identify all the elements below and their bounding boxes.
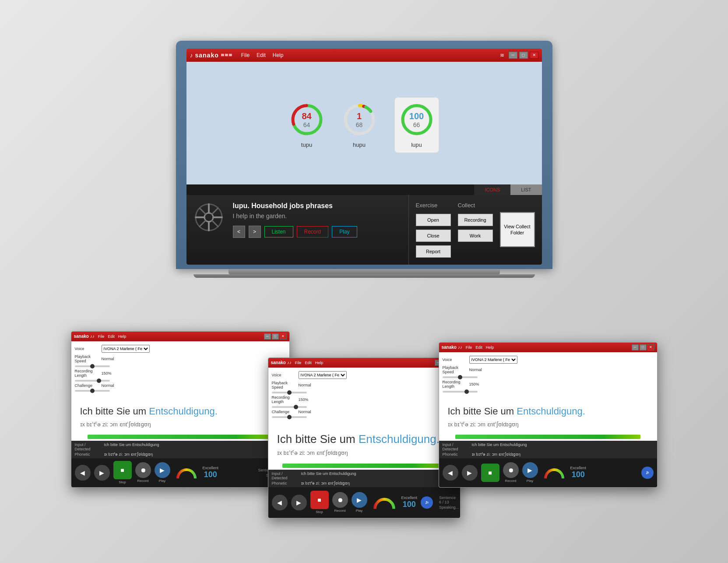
listen-button[interactable]: Listen (264, 226, 293, 237)
next-button-right[interactable]: ▶ (462, 465, 478, 481)
record-ctrl-left[interactable]: ⏺ (135, 462, 151, 478)
small-menu-edit-left[interactable]: Edit (108, 334, 115, 339)
challenge-value-center: Normal (299, 410, 312, 414)
stop-button-left[interactable]: ■ (113, 461, 132, 479)
score-values-hupu: 1 68 (356, 111, 363, 128)
next-button-left[interactable]: ▶ (94, 465, 110, 481)
score-num-left: 100 (204, 470, 217, 479)
small-menu-help-left[interactable]: Help (118, 334, 127, 339)
small-maximize-left[interactable]: □ (272, 333, 279, 340)
menu-bar: File Edit Help (241, 52, 284, 58)
view-collect-folder-button[interactable]: View Collect Folder (500, 212, 535, 247)
bottom-controls-left: ◀ ▶ ■ Stop ⏺ Record ▶ Play (71, 458, 289, 487)
small-menu-file-right[interactable]: File (466, 345, 472, 350)
record-ctrl-right[interactable]: ⏺ (503, 462, 519, 478)
reclen-label-left: Recording Length (75, 369, 99, 378)
sentence-highlight-center: Entschuldigung. (359, 432, 440, 446)
open-button[interactable]: Open (416, 214, 451, 226)
score-num-right: 100 (572, 470, 585, 479)
detected-row-right: Input / Detected Ich bitte Sie um Entsch… (443, 443, 527, 451)
score-lupu: 100 66 lupu (394, 97, 439, 153)
ctrl-stop-left: ■ Stop (113, 461, 132, 484)
voice-select-left[interactable]: IVONA 2 Marlene ( Fe (102, 345, 150, 353)
prev-button-center[interactable]: ◀ (272, 495, 288, 510)
play-ctrl-right[interactable]: ▶ (522, 462, 538, 478)
score-tupu: 84 64 tupu (289, 102, 324, 148)
stop-button-center[interactable]: ■ (310, 491, 329, 509)
tab-list[interactable]: LIST (510, 184, 542, 195)
stop-button-right[interactable]: ■ (481, 464, 499, 482)
nav-prev-button[interactable]: < (233, 226, 245, 238)
small-maximize-right[interactable]: □ (640, 344, 647, 351)
prev-button-right[interactable]: ◀ (443, 465, 458, 481)
report-button[interactable]: Report (416, 245, 451, 258)
exercise-sentence: I help in the garden. (233, 212, 401, 220)
score-circle-tupu: 84 64 (289, 102, 324, 137)
nav-next-button[interactable]: > (249, 226, 261, 238)
score-bottom-lupu: 66 (409, 121, 424, 128)
ctrl-next-left: ▶ (94, 465, 110, 481)
tabs-row: ICONS LIST (186, 184, 542, 195)
small-win-controls-right: ─ □ ✕ (632, 344, 654, 351)
prev-button-left[interactable]: ◀ (75, 465, 91, 481)
voice-row-center: Voice IVONA 2 Marlene ( Fe (272, 371, 457, 379)
reclen-value-left: 150% (102, 371, 115, 375)
phonetic-row-right: Phonetic ɪx bɪˈtˤə ziː ɔm ɛntˈʃʊldɪɡʊŋ (443, 452, 527, 457)
record-button[interactable]: Record (297, 226, 329, 237)
small-menu-file-center[interactable]: File (295, 361, 302, 365)
challenge-value-left: Normal (102, 383, 115, 388)
sentence-text-right: Ich bitte Sie um Entschuldigung. (448, 405, 585, 418)
small-minimize-right[interactable]: ─ (632, 344, 639, 351)
challenge-slider-center (272, 415, 457, 421)
small-minimize-left[interactable]: ─ (264, 333, 271, 340)
score-hupu: 1 68 hupu (342, 102, 377, 148)
ctrl-prev-right: ◀ (443, 465, 458, 481)
small-titlebar-center: sanako ♪♪ File Edit Help ─ □ ✕ (268, 358, 460, 368)
voice-select-right[interactable]: IVONA 2 Marlene ( Fe (469, 356, 517, 364)
play-button[interactable]: Play (332, 226, 357, 237)
small-menu-help-right[interactable]: Help (486, 345, 494, 350)
sanako-logo: ♪ sanako ≋≋≋ (190, 52, 232, 59)
collect-section: Collect Recording Work (458, 202, 493, 258)
work-button[interactable]: Work (458, 230, 493, 242)
speed-label-left: Playback Speed (75, 354, 99, 363)
ctrl-record-left: ⏺ Record (135, 462, 151, 483)
small-menu-help-center[interactable]: Help (315, 361, 324, 365)
voice-select-center[interactable]: IVONA 2 Marlene ( Fe (299, 371, 347, 379)
sentence-info-center: Sentence 6 / 13 (439, 496, 459, 504)
ix-badge-center: ɪa (421, 496, 433, 509)
score-badge-right: Excellent 100 (570, 466, 587, 479)
sentence-normal-center: Ich bitte Sie um (277, 432, 359, 446)
menu-file[interactable]: File (241, 52, 250, 58)
maximize-button[interactable]: □ (519, 52, 528, 59)
reclen-value-right: 150% (469, 382, 482, 386)
excellent-label-center: Excellent (401, 496, 418, 500)
sentence-highlight-right: Entschuldigung. (517, 406, 585, 417)
play-label-left: Play (159, 479, 166, 483)
recording-button[interactable]: Recording (458, 214, 493, 226)
small-menu-file-left[interactable]: File (98, 334, 105, 339)
reclen-slider-center (272, 405, 457, 410)
next-button-center[interactable]: ▶ (291, 495, 307, 510)
small-menu-edit-right[interactable]: Edit (475, 345, 482, 350)
small-close-left[interactable]: ✕ (280, 333, 287, 340)
bottom-controls-right: ◀ ▶ ■ ⏺ Record ▶ Play (439, 458, 657, 487)
speed-value-center: Normal (299, 383, 312, 387)
challenge-row-center: Challenge Normal (272, 410, 457, 414)
small-menu-edit-center[interactable]: Edit (305, 361, 312, 365)
score-bottom-hupu: 68 (356, 121, 363, 128)
close-button-panel[interactable]: Close (416, 230, 451, 242)
menu-edit[interactable]: Edit (257, 52, 266, 58)
play-ctrl-left[interactable]: ▶ (155, 462, 170, 478)
tab-icons[interactable]: ICONS (474, 184, 510, 195)
small-close-right[interactable]: ✕ (647, 344, 654, 351)
minimize-button[interactable]: ─ (509, 52, 517, 59)
logo-text: sanako (195, 52, 219, 59)
laptop-foot (193, 274, 535, 278)
right-panel: Exercise Open Close Report Collect Recor… (408, 195, 542, 265)
challenge-label-center: Challenge (272, 410, 296, 414)
menu-help[interactable]: Help (273, 52, 284, 58)
record-ctrl-center[interactable]: ⏺ (332, 492, 348, 508)
close-button[interactable]: ✕ (530, 52, 538, 59)
play-ctrl-center[interactable]: ▶ (352, 492, 367, 508)
